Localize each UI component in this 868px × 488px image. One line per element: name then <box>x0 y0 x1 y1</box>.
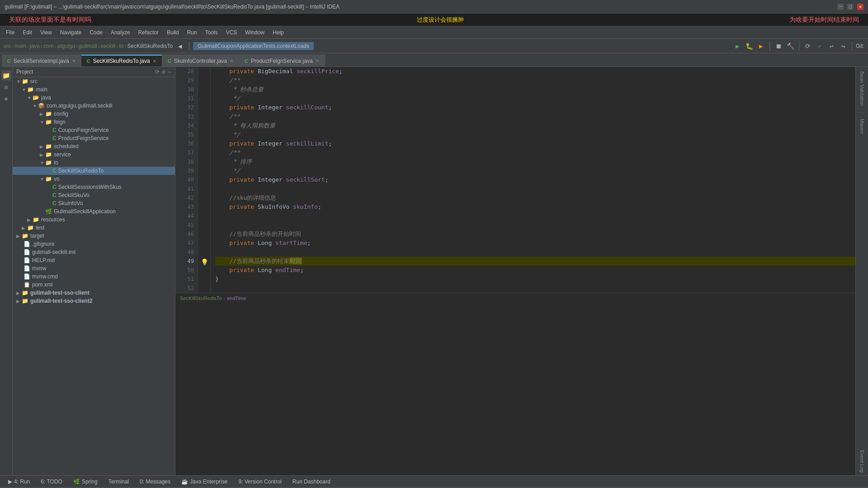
breadcrumb-class[interactable]: SecKillSkuRedisTo <box>180 296 222 301</box>
tree-src[interactable]: ▼ 📁 src <box>13 77 175 85</box>
code-content: 28 29 30 31 32 33 34 35 36 37 38 39 40 4… <box>175 67 855 293</box>
tab-productfeignservice[interactable]: C ProductFeignService.java ✕ <box>239 55 325 66</box>
tree-mvnwcmd[interactable]: 📄 mvnw.cmd <box>13 272 175 281</box>
tree-seckillskuvo[interactable]: C SeckillSkuVo <box>13 191 175 199</box>
bc-gulimall[interactable]: gulimall <box>79 43 97 49</box>
tree-productfeignservice[interactable]: C ProductFeignService <box>13 134 175 142</box>
debug-button[interactable]: 🐛 <box>744 41 754 51</box>
tree-package[interactable]: ▼ 📦 com.atguigu.gulimall.seckill <box>13 102 175 110</box>
code-line-33: /** <box>215 112 855 121</box>
bottom-tab-todo[interactable]: 6: TODO <box>36 477 67 487</box>
project-settings-btn[interactable]: ⚙ <box>162 69 165 75</box>
tree-sso-client[interactable]: ▶ 📁 gulimall-test-sso-client <box>13 289 175 297</box>
menu-analyze[interactable]: Analyze <box>107 28 134 37</box>
tree-seckillskuredisto[interactable]: C SecKillSkuRedisTo <box>13 167 175 175</box>
redo-button[interactable]: ↪ <box>838 41 848 51</box>
breadcrumb-field[interactable]: endTime <box>227 296 246 301</box>
event-log-panel[interactable]: Event Log <box>859 447 865 475</box>
tab-skuinfocontroller[interactable]: C SkuInfoController.java ✕ <box>162 55 239 66</box>
menu-file[interactable]: File <box>2 28 18 37</box>
undo-button[interactable]: ↩ <box>826 41 836 51</box>
menu-bar: File Edit View Navigate Code Analyze Ref… <box>0 26 868 39</box>
bc-src[interactable]: src <box>4 43 11 49</box>
side-structure-icon[interactable]: ⊞ <box>1 82 11 92</box>
bottom-tab-dashboard[interactable]: Run Dashboard <box>288 477 335 487</box>
run-config-dropdown[interactable]: GulimallCouponApplicationTests.contextLo… <box>193 42 314 50</box>
project-collapse-btn[interactable]: – <box>168 69 171 75</box>
tree-service[interactable]: ▶ 📁 service <box>13 150 175 159</box>
side-project-icon[interactable]: 📁 <box>1 70 11 80</box>
bc-java[interactable]: java <box>30 43 40 49</box>
tree-test[interactable]: ▶ 📁 test <box>13 224 175 232</box>
bc-seckill[interactable]: seckill <box>101 43 116 49</box>
run-button[interactable]: ▶ <box>732 41 742 51</box>
menu-refactor[interactable]: Refactor <box>135 28 162 37</box>
menu-tools[interactable]: Tools <box>202 28 222 37</box>
build-button[interactable]: 🔨 <box>785 41 795 51</box>
bottom-tab-terminal[interactable]: Terminal <box>104 477 133 487</box>
bottom-tab-enterprise[interactable]: ☕ Java Enterprise <box>177 477 232 487</box>
tree-feign[interactable]: ▼ 📁 feign <box>13 118 175 126</box>
tab-seckillserviceimpl[interactable]: C SeckillServiceImpl.java ✕ <box>2 55 81 66</box>
tree-mvnw[interactable]: 📄 mvnw <box>13 264 175 272</box>
tree-iml[interactable]: 📄 gulimall-seckill.iml <box>13 248 175 256</box>
toolbar-right: ▶ 🐛 ▶ ⏹ 🔨 ⟳ ✓ ↩ ↪ Git: <box>732 41 864 51</box>
bc-atguigu[interactable]: atguigu <box>57 43 75 49</box>
tree-java[interactable]: ▼ 📂 java <box>13 94 175 102</box>
menu-window[interactable]: Window <box>241 28 268 37</box>
vcs-update-button[interactable]: ⟳ <box>803 41 813 51</box>
project-sync-btn[interactable]: ⟳ <box>155 69 160 75</box>
tree-main[interactable]: ▼ 📁 main <box>13 85 175 94</box>
tree-config[interactable]: ▶ 📁 config <box>13 110 175 118</box>
menu-navigate[interactable]: Navigate <box>57 28 85 37</box>
menu-help[interactable]: Help <box>269 28 288 37</box>
minimize-button[interactable]: ─ <box>837 4 844 10</box>
code-editor[interactable]: 28 29 30 31 32 33 34 35 36 37 38 39 40 4… <box>175 67 855 475</box>
bc-com[interactable]: com <box>43 43 54 49</box>
menu-vcs[interactable]: VCS <box>222 28 241 37</box>
bc-to[interactable]: to <box>119 43 123 49</box>
stop-button[interactable]: ⏹ <box>774 41 783 51</box>
tree-seckillsesssions[interactable]: C SeckillSesssionsWithSkus <box>13 183 175 191</box>
tree-sso-client2[interactable]: ▶ 📁 gulimall-test-sso-client2 <box>13 297 175 305</box>
linenum-35: 35 <box>175 130 194 139</box>
bean-validation-panel[interactable]: Bean Validation <box>859 69 865 108</box>
coverage-button[interactable]: ▶ <box>756 41 766 51</box>
tab-close-productfeignservice[interactable]: ✕ <box>316 58 319 63</box>
bc-main[interactable]: main <box>14 43 26 49</box>
menu-build[interactable]: Build <box>163 28 183 37</box>
bottom-tab-vcs[interactable]: 9: Version Control <box>234 477 286 487</box>
maven-panel-label[interactable]: Maven <box>859 116 865 136</box>
tree-skuinfovo[interactable]: C SkuInfoVo <box>13 199 175 207</box>
vcs-check-button[interactable]: ✓ <box>815 41 825 51</box>
tab-seckillskuredisto[interactable]: C SecKillSkuRedisTo.java ✕ <box>81 55 162 66</box>
linenum-52: 52 <box>175 284 194 293</box>
tab-close-skuinfocontroller[interactable]: ✕ <box>230 58 233 63</box>
tree-vo[interactable]: ▼ 📁 vo <box>13 175 175 183</box>
tree-couponfeignservice[interactable]: C CouponFeignService <box>13 126 175 134</box>
tab-close-seckillskuredisto[interactable]: ✕ <box>153 59 156 64</box>
bottom-tab-run[interactable]: ▶ 4: Run <box>4 477 34 487</box>
maximize-button[interactable]: □ <box>847 4 854 10</box>
tree-gitignore[interactable]: 📄 .gitignore <box>13 240 175 248</box>
tree-target[interactable]: ▶ 📁 target <box>13 232 175 240</box>
tree-resources[interactable]: ▶ 📁 resources <box>13 216 175 224</box>
tree-label-helpmd: HELP.md <box>32 257 55 263</box>
back-button[interactable]: ◀ <box>175 41 185 52</box>
tree-scheduled[interactable]: ▶ 📁 scheduled <box>13 142 175 150</box>
tree-to[interactable]: ▼ 📁 to <box>13 159 175 167</box>
bc-file[interactable]: SecKillSkuRedisTo <box>127 43 173 49</box>
side-bookmark-icon[interactable]: ★ <box>1 94 11 104</box>
menu-code[interactable]: Code <box>86 28 106 37</box>
tree-gulimallapp[interactable]: 🌿 GulimallSeckillApplication <box>13 207 175 216</box>
tab-close-seckillserviceimpl[interactable]: ✕ <box>72 58 75 63</box>
tree-pomxml[interactable]: 📋 pom.xml <box>13 281 175 289</box>
menu-view[interactable]: View <box>37 28 56 37</box>
menu-run[interactable]: Run <box>184 28 201 37</box>
tree-helpmd[interactable]: 📄 HELP.md <box>13 256 175 264</box>
bottom-tab-spring[interactable]: 🌿 Spring <box>69 477 102 487</box>
bottom-tab-messages[interactable]: 0: Messages <box>135 477 175 487</box>
close-button[interactable]: ✕ <box>857 4 863 10</box>
arrow-main: ▼ <box>22 87 27 92</box>
menu-edit[interactable]: Edit <box>19 28 36 37</box>
